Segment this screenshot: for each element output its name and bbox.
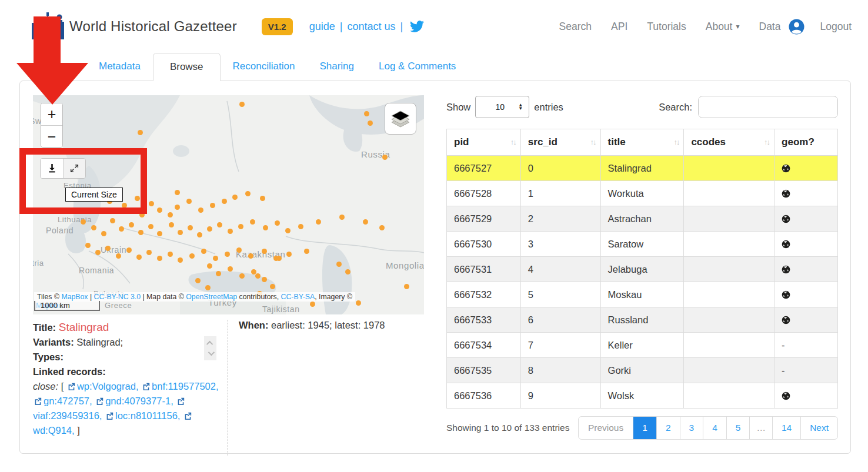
map-point[interactable] <box>222 199 227 204</box>
map-point[interactable] <box>91 225 96 230</box>
nav-item-about[interactable]: About▾ <box>706 21 740 33</box>
ccbync-link[interactable]: CC-BY-NC 3.0 <box>94 293 141 301</box>
map-point[interactable] <box>248 253 253 259</box>
map-point[interactable] <box>157 207 162 213</box>
map-point[interactable] <box>178 230 183 235</box>
map-point[interactable] <box>136 255 142 260</box>
table-row[interactable]: 66675369Wolsk <box>447 383 838 409</box>
tab-log-comments[interactable]: Log & Comments <box>366 53 468 81</box>
zoom-out-button[interactable]: − <box>41 125 62 147</box>
osm-link[interactable]: OpenStreetMap <box>186 293 237 301</box>
map-point[interactable] <box>336 262 342 267</box>
map-point[interactable] <box>263 225 268 230</box>
search-input[interactable] <box>698 96 838 118</box>
map-point[interactable] <box>186 199 192 204</box>
map-point[interactable] <box>368 120 373 126</box>
tab-dataset[interactable] <box>21 53 86 81</box>
nav-item-search[interactable]: Search <box>559 21 592 33</box>
logout-button[interactable]: Logout <box>820 21 852 33</box>
map-point[interactable] <box>168 252 173 257</box>
map-point[interactable] <box>101 231 106 236</box>
map-point[interactable] <box>239 273 245 279</box>
linked-record-gn-472757[interactable]: gn:472757, <box>44 396 95 406</box>
map-point[interactable] <box>198 207 203 213</box>
map-point[interactable] <box>238 224 243 229</box>
map-point[interactable] <box>168 212 173 217</box>
map-point[interactable] <box>286 252 292 257</box>
column-header-src-id[interactable]: src_id↑↓ <box>520 129 600 156</box>
map-point[interactable] <box>81 219 86 225</box>
linked-record-bnf-119577502[interactable]: bnf:119577502, <box>152 381 218 391</box>
table-row[interactable]: 66675270Stalingrad <box>447 156 838 181</box>
map[interactable]: + − <box>33 95 424 314</box>
map-point[interactable] <box>175 190 180 195</box>
map-point[interactable] <box>139 212 145 217</box>
tab-sharing[interactable]: Sharing <box>307 53 366 81</box>
column-header-pid[interactable]: pid↑↓ <box>447 129 521 156</box>
map-point[interactable] <box>135 196 140 201</box>
table-row[interactable]: 66675281Workuta <box>447 181 838 206</box>
map-point[interactable] <box>138 230 143 235</box>
map-point[interactable] <box>382 155 388 160</box>
map-point[interactable] <box>105 246 111 251</box>
map-point[interactable] <box>236 247 242 253</box>
table-row[interactable]: 66675292Astrachan <box>447 206 838 232</box>
nav-item-tutorials[interactable]: Tutorials <box>647 21 686 33</box>
map-point[interactable] <box>262 249 267 254</box>
layers-button[interactable] <box>385 103 416 135</box>
table-row[interactable]: 66675336Russland <box>447 307 838 333</box>
map-point[interactable] <box>205 285 211 290</box>
map-point[interactable] <box>195 278 201 283</box>
tab-browse[interactable]: Browse <box>153 53 221 81</box>
map-point[interactable] <box>310 302 315 307</box>
zoom-in-button[interactable]: + <box>41 103 62 125</box>
map-point[interactable] <box>157 256 162 261</box>
page-button-next[interactable]: Next <box>800 417 837 439</box>
guide-link[interactable]: guide <box>309 21 335 33</box>
sort-arrows-icon[interactable]: ↑↓ <box>510 138 516 146</box>
table-row[interactable]: 66675358Gorki- <box>447 358 838 383</box>
mapbox-link[interactable]: MapBox <box>61 293 88 301</box>
map-point[interactable] <box>149 201 154 206</box>
table-row[interactable]: 66675314Jelabuga <box>447 257 838 282</box>
page-button-3[interactable]: 3 <box>680 417 703 439</box>
map-point[interactable] <box>95 250 101 255</box>
map-point[interactable] <box>250 219 255 225</box>
map-point[interactable] <box>260 196 265 201</box>
map-point[interactable] <box>201 249 206 254</box>
table-row[interactable]: 66675303Saratow <box>447 232 838 257</box>
map-point[interactable] <box>285 228 291 233</box>
map-point[interactable] <box>207 226 212 232</box>
twitter-icon[interactable] <box>410 19 424 34</box>
map-point[interactable] <box>210 203 215 208</box>
linked-record-loc-n81011156[interactable]: loc:n81011156, <box>115 410 183 421</box>
page-button-4[interactable]: 4 <box>703 417 726 439</box>
page-button-previous[interactable]: Previous <box>579 417 633 439</box>
chevron-down-icon[interactable] <box>208 349 214 356</box>
map-point[interactable] <box>356 300 361 306</box>
map-point[interactable] <box>228 266 233 272</box>
nav-item-data[interactable]: Data <box>759 21 781 33</box>
map-point[interactable] <box>276 256 282 261</box>
map-point[interactable] <box>189 253 195 259</box>
map-point[interactable] <box>138 130 143 135</box>
page-button-14[interactable]: 14 <box>772 417 800 439</box>
map-point[interactable] <box>298 224 303 229</box>
map-point[interactable] <box>122 203 127 208</box>
linked-record-gnd-4079377-1[interactable]: gnd:4079377-1, <box>105 396 176 406</box>
map-point[interactable] <box>225 252 230 257</box>
map-point[interactable] <box>345 269 350 275</box>
map-point[interactable] <box>228 229 233 234</box>
map-point[interactable] <box>148 224 153 229</box>
column-header-ccodes[interactable]: ccodes↑↓ <box>684 129 774 156</box>
linked-record-wp-volgograd[interactable]: wp:Volgograd, <box>77 381 141 391</box>
map-point[interactable] <box>255 273 261 279</box>
map-point[interactable] <box>188 225 193 230</box>
map-point[interactable] <box>110 218 115 223</box>
map-point[interactable] <box>245 191 251 196</box>
page-button-1[interactable]: 1 <box>633 417 656 439</box>
column-header-geom[interactable]: geom? <box>774 129 838 156</box>
table-row[interactable]: 66675325Moskau <box>447 282 838 307</box>
nav-item-api[interactable]: API <box>611 21 627 33</box>
map-point[interactable] <box>197 232 202 237</box>
